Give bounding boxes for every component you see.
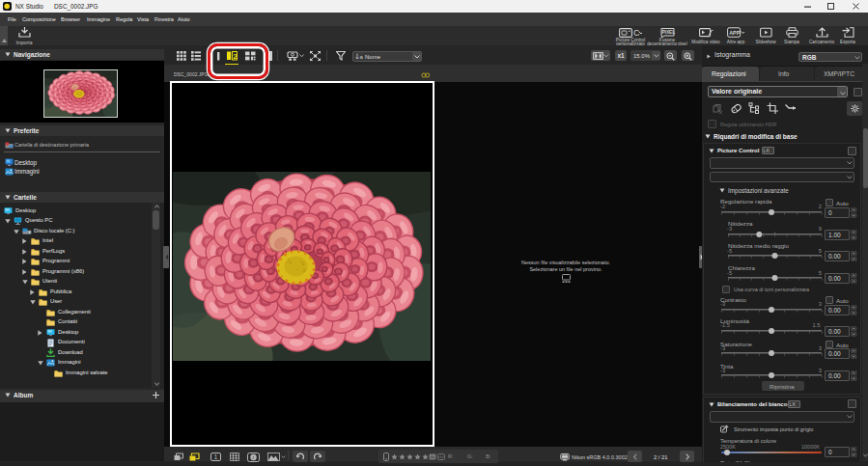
- svg-text:APP: APP: [729, 30, 740, 36]
- svg-text:1: 1: [214, 453, 218, 460]
- svg-text:a: a: [359, 54, 363, 60]
- svg-text:C: C: [633, 28, 640, 38]
- svg-text:PIXEL: PIXEL: [661, 30, 675, 35]
